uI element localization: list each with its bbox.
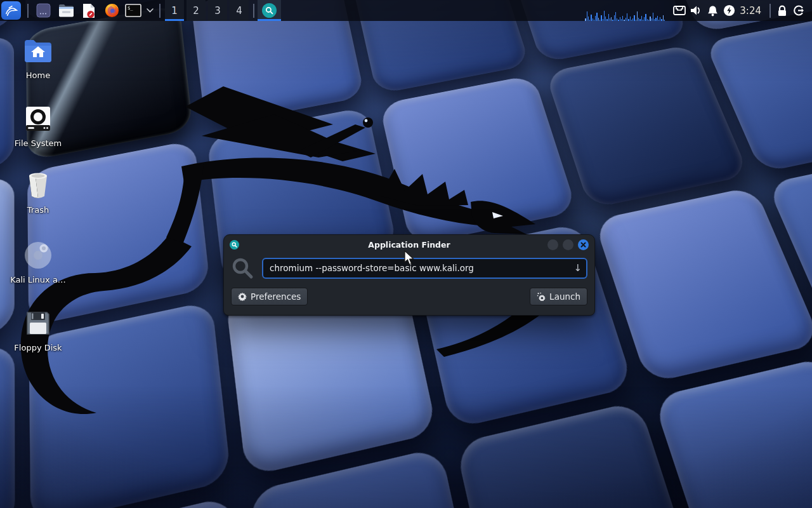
power-icon[interactable] bbox=[721, 0, 737, 21]
close-icon bbox=[580, 242, 586, 248]
trash-icon bbox=[23, 170, 53, 201]
volume-icon[interactable] bbox=[688, 0, 704, 21]
panel-separator bbox=[27, 4, 29, 18]
application-finder-icon bbox=[262, 3, 277, 18]
workspace-label: 1 bbox=[171, 5, 178, 17]
workspace-label: 4 bbox=[236, 5, 242, 17]
workspace-label: 3 bbox=[214, 5, 221, 17]
preferences-label: Preferences bbox=[251, 291, 301, 302]
cpu-graph[interactable] bbox=[585, 4, 665, 21]
launcher-file-manager[interactable] bbox=[56, 1, 75, 20]
desktop-icon-label: File System bbox=[15, 138, 62, 148]
preferences-button[interactable]: Preferences bbox=[231, 288, 308, 305]
launcher-text-editor[interactable] bbox=[79, 1, 98, 20]
desktop-icon-label: Trash bbox=[27, 205, 49, 215]
desktop-icon-trash[interactable]: Trash bbox=[5, 170, 71, 215]
wallpaper-cube bbox=[652, 356, 812, 508]
minimize-button[interactable] bbox=[547, 239, 558, 250]
desktop-icon-label: Home bbox=[26, 70, 50, 80]
search-icon bbox=[231, 257, 254, 279]
text-editor-icon bbox=[82, 3, 96, 18]
wallpaper-cube bbox=[0, 342, 15, 508]
run-gear-icon bbox=[537, 292, 546, 301]
panel-separator bbox=[769, 4, 771, 18]
desktop-icon-kali-linux[interactable]: Kali Linux a… bbox=[5, 240, 71, 284]
workspace-button-2[interactable]: 2 bbox=[187, 0, 206, 21]
kali-disc-icon bbox=[23, 240, 53, 271]
desktop-icon-file-system[interactable]: File System bbox=[5, 104, 71, 148]
launcher-terminal[interactable]: $_ bbox=[125, 1, 141, 20]
workspace-button-3[interactable]: 3 bbox=[208, 0, 227, 21]
svg-text:$_: $_ bbox=[128, 6, 133, 11]
application-finder-icon bbox=[230, 240, 239, 250]
workspace-button-1[interactable]: 1 bbox=[165, 0, 184, 21]
notifications-icon[interactable] bbox=[704, 0, 721, 21]
panel-separator bbox=[159, 4, 160, 18]
chevron-down-icon bbox=[147, 8, 154, 13]
workspace-label: 2 bbox=[193, 5, 199, 17]
launch-label: Launch bbox=[549, 291, 580, 302]
lock-icon[interactable] bbox=[774, 0, 790, 21]
terminal-dropdown-chevron[interactable] bbox=[145, 1, 154, 20]
applications-menu-button[interactable] bbox=[1, 1, 21, 20]
home-folder-icon bbox=[23, 36, 53, 66]
gear-icon bbox=[238, 292, 247, 301]
wallpaper-cube bbox=[594, 186, 812, 384]
top-panel: $_ 1 2 3 4 3:24 bbox=[0, 0, 812, 21]
launcher-firefox[interactable] bbox=[102, 1, 121, 20]
panel-clock[interactable]: 3:24 bbox=[740, 5, 761, 17]
desktop-icon-label: Kali Linux a… bbox=[10, 275, 66, 284]
command-input[interactable] bbox=[262, 258, 587, 279]
wallpaper-cube bbox=[27, 140, 211, 326]
application-finder-window: Application Finder ↓ bbox=[223, 234, 595, 316]
workspace-button-4[interactable]: 4 bbox=[230, 0, 249, 21]
desktop-icon-floppy-disk[interactable]: Floppy Disk bbox=[5, 308, 71, 352]
panel-separator bbox=[253, 4, 254, 18]
launcher-window-app[interactable] bbox=[34, 1, 53, 20]
file-system-drive-icon bbox=[23, 104, 53, 134]
maximize-button[interactable] bbox=[563, 239, 573, 250]
kali-menu-icon bbox=[4, 4, 18, 17]
dialog-title: Application Finder bbox=[224, 240, 594, 250]
network-icon[interactable] bbox=[671, 0, 688, 21]
close-button[interactable] bbox=[578, 239, 589, 250]
floppy-disk-icon bbox=[23, 308, 53, 338]
desktop-icon-home[interactable]: Home bbox=[5, 36, 71, 80]
file-manager-icon bbox=[58, 4, 74, 17]
launch-button[interactable]: Launch bbox=[530, 288, 587, 305]
wallpaper-cube bbox=[379, 75, 578, 246]
taskbar-application-finder[interactable] bbox=[258, 0, 281, 21]
terminal-icon: $_ bbox=[125, 4, 141, 17]
firefox-icon bbox=[105, 3, 119, 18]
desktop-icon-label: Floppy Disk bbox=[14, 343, 62, 352]
logout-icon[interactable] bbox=[790, 0, 807, 21]
window-app-icon bbox=[36, 3, 51, 18]
dialog-titlebar[interactable]: Application Finder bbox=[224, 235, 594, 255]
